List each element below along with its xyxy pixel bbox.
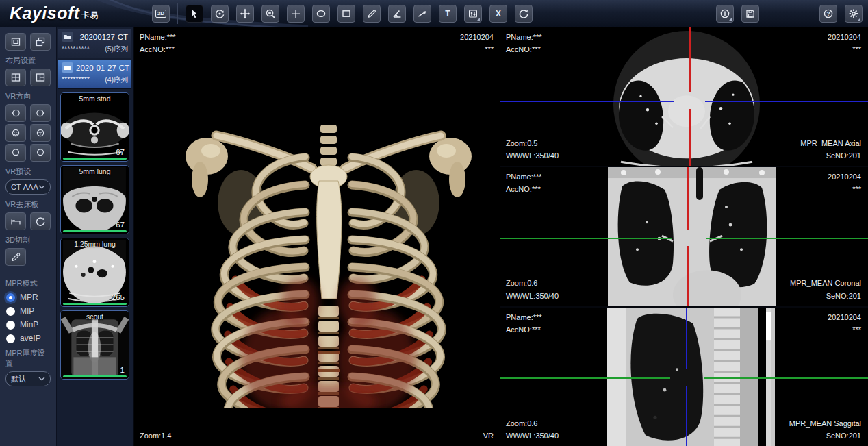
scalpel-button[interactable] (5, 248, 26, 266)
ellipse-icon (316, 8, 327, 19)
remove-bed-button[interactable] (5, 212, 26, 230)
rotate-3d-button[interactable] (211, 5, 229, 23)
coronal-crosshair-vertical[interactable] (687, 167, 689, 230)
cursor-icon (189, 8, 200, 19)
help-button[interactable]: ? (819, 5, 837, 23)
study-item-2-selected[interactable]: 2020-01-27-CT ********** (4)序列 (58, 60, 131, 89)
zoom-in-icon (265, 8, 276, 19)
vr-head-superior-button[interactable] (5, 124, 26, 142)
layout-panels-icon (35, 36, 46, 47)
angle-measure-button[interactable] (388, 5, 406, 23)
vr-head-inferior-button[interactable] (30, 124, 51, 142)
rotate-3d-icon (214, 8, 225, 19)
head-left-icon (10, 108, 21, 119)
coronal-crosshair-horizontal[interactable] (500, 238, 672, 239)
delete-annotation-button[interactable]: X (489, 5, 507, 23)
render-mode-text: VR (483, 430, 494, 442)
series-panel: 20200127-CT ********** (5)序列 2020-01-27-… (57, 27, 134, 446)
zoom-in-button[interactable] (261, 5, 279, 23)
thumbnail-image-number: 67 (116, 148, 125, 156)
study-title: 2020-01-27-CT (76, 64, 129, 72)
thumbnail-label: 1.25mm lung (61, 240, 129, 248)
crosshair-icon (290, 8, 301, 19)
mpr-plane-overlay: MPR_MEAN Axial SeNO:201 (800, 137, 861, 162)
vr-head-posterior-button[interactable] (5, 144, 26, 162)
select-cursor-button[interactable] (186, 5, 203, 23)
vr-preset-value: CT-AAA (11, 183, 38, 191)
scout-thumbnail-image (61, 311, 129, 379)
sagittal-crosshair-vertical[interactable] (686, 386, 687, 446)
layout-single-view-button[interactable] (5, 33, 26, 51)
mpr-mode-radio-mpr[interactable]: MPR (6, 293, 50, 302)
mpr-mode-radio-minp[interactable]: MinP (6, 320, 50, 330)
thumbnail-progress-bar (63, 303, 127, 305)
rectangle-icon (341, 8, 352, 19)
coronal-crosshair-horizontal[interactable] (706, 238, 868, 239)
layout-custom-button[interactable] (30, 33, 51, 51)
vr-viewport[interactable]: PName:*** AccNO:*** 20210204 *** Zoom:1.… (134, 27, 500, 446)
mpr-thickness-select[interactable]: 默认 (5, 371, 51, 386)
mpr-patient-overlay: PName:*** AccNO:*** (506, 171, 542, 195)
bed-icon (10, 216, 21, 227)
text-annotate-button[interactable]: T (439, 5, 457, 23)
cut-3d-label: 3D切割 (5, 235, 51, 245)
sagittal-crosshair-vertical[interactable] (686, 308, 687, 369)
axial-crosshair-vertical[interactable] (689, 27, 691, 92)
axial-crosshair-horizontal[interactable] (705, 101, 868, 102)
sagittal-crosshair-horizontal[interactable] (500, 377, 670, 379)
layout-2d-button[interactable]: 2D (152, 5, 170, 23)
pencil-draw-button[interactable] (363, 5, 381, 23)
vr-mode-overlay: VR (483, 430, 494, 442)
axial-crosshair-vertical[interactable] (689, 109, 691, 166)
series-thumbnail-5mm-lung[interactable]: 5mm lung 67 (60, 165, 129, 234)
masked-text: *** (460, 43, 494, 55)
grid-2x2-icon (10, 72, 21, 83)
mpr-coronal-view[interactable]: PName:*** AccNO:*** 20210204 *** Zoom:0.… (500, 167, 868, 306)
mpr-mode-radio-mip[interactable]: MIP (6, 306, 50, 316)
head-back-icon (10, 147, 21, 158)
mpr-axial-view[interactable]: PName:*** AccNO:*** 20210204 *** Zoom:0.… (500, 27, 868, 166)
pan-button[interactable] (236, 5, 254, 23)
arrow-annotate-button[interactable] (413, 5, 431, 23)
vr-head-left-button[interactable] (5, 104, 26, 122)
zoom-text: Zoom:0.5 (506, 137, 559, 149)
secondary-toolbar (716, 5, 759, 23)
series-thumbnail-scout[interactable]: scout 1 (60, 310, 129, 380)
wwwl-text: WW/WL:350/40 (506, 430, 559, 442)
mpr-thickness-value: 默认 (11, 374, 26, 384)
bed-reset-button[interactable] (30, 212, 51, 230)
layout-grid-2x2-button[interactable] (5, 69, 26, 86)
crosshair-button[interactable] (287, 5, 305, 23)
study-item-1[interactable]: 20200127-CT ********** (5)序列 (58, 29, 131, 58)
layout-1plus2-button[interactable] (30, 69, 51, 86)
pan-icon (240, 8, 251, 19)
sagittal-crosshair-horizontal[interactable] (704, 377, 868, 379)
rect-roi-button[interactable] (337, 5, 355, 23)
settings-button[interactable] (845, 5, 863, 23)
ellipse-roi-button[interactable] (312, 5, 330, 23)
vr-head-right-button[interactable] (30, 104, 51, 122)
head-right-icon (35, 108, 46, 119)
vr-zoom-overlay: Zoom:1.4 (140, 430, 171, 442)
layout-settings-label: 布局设置 (5, 55, 51, 66)
seno-text: SeNO:201 (789, 430, 861, 442)
series-thumbnail-5mm-stnd[interactable]: 5mm stnd 67 (60, 92, 129, 162)
wwwl-adjust-button[interactable] (464, 5, 482, 23)
info-circle-button[interactable] (716, 5, 734, 23)
mpr-mode-radio-aveip[interactable]: aveIP (6, 334, 50, 343)
folder-icon (62, 32, 73, 42)
accno-text: AccNO:*** (506, 323, 542, 336)
vr-preset-select[interactable]: CT-AAA (5, 179, 51, 195)
save-button[interactable] (741, 5, 759, 23)
reset-view-button[interactable] (515, 5, 533, 23)
delete-icon: X (496, 9, 501, 18)
mpr-sagittal-view[interactable]: PName:*** AccNO:*** 20210204 *** Zoom:0.… (500, 308, 868, 446)
coronal-crosshair-vertical[interactable] (687, 246, 689, 306)
vr-head-anterior-button[interactable] (30, 144, 51, 162)
plane-label-text: MPR_MEAN Saggital (789, 417, 861, 430)
series-thumbnail-125mm-lung[interactable]: 1.25mm lung 265 (60, 238, 129, 307)
layout-2d-icon: 2D (155, 10, 166, 18)
study-series-count: (5)序列 (105, 45, 128, 54)
study-date-text: 20210204 (828, 311, 861, 323)
axial-crosshair-horizontal[interactable] (500, 101, 674, 102)
